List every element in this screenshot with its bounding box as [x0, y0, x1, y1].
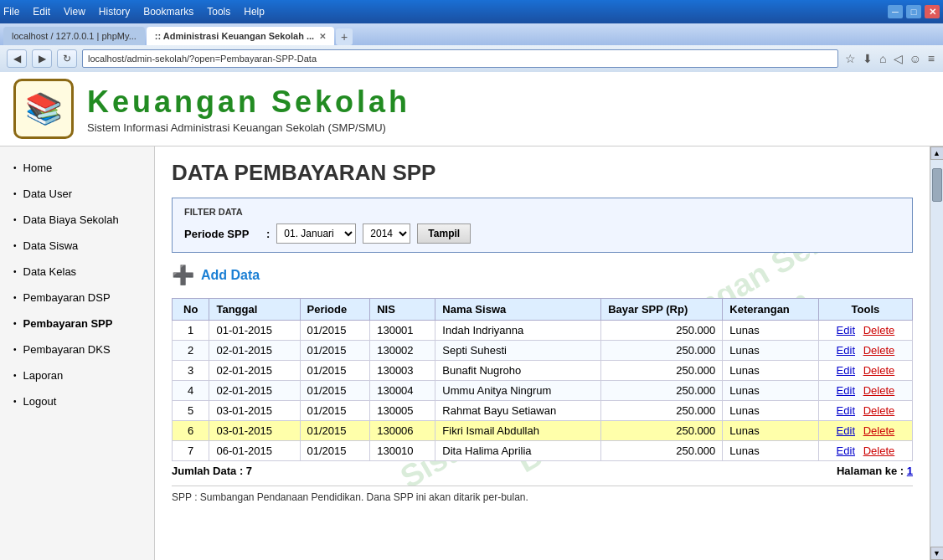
cell-bayar: 250.000: [601, 361, 723, 381]
sidebar-item-pembayaran-dks[interactable]: • Pembayaran DKS: [0, 337, 154, 362]
sidebar-item-pembayaran-dsp[interactable]: • Pembayaran DSP: [0, 285, 154, 311]
table-row: 1 01-01-2015 01/2015 130001 Indah Indriy…: [173, 321, 913, 341]
new-tab-button[interactable]: +: [336, 28, 353, 45]
back-button[interactable]: ◀: [7, 49, 27, 68]
back2-icon[interactable]: ◁: [892, 50, 904, 67]
menu-help[interactable]: Help: [244, 6, 265, 18]
cell-periode: 01/2015: [300, 381, 370, 401]
cell-tools: Edit Delete: [818, 401, 912, 421]
download-icon[interactable]: ⬇: [861, 50, 874, 67]
sidebar-item-logout[interactable]: • Logout: [0, 388, 154, 414]
sidebar-item-data-siswa[interactable]: • Data Siswa: [0, 233, 154, 259]
sidebar-item-data-user[interactable]: • Data User: [0, 181, 154, 207]
scroll-up-button[interactable]: ▲: [930, 146, 944, 160]
delete-link[interactable]: Delete: [863, 324, 895, 337]
bullet-data-biaya: •: [13, 215, 17, 224]
delete-link[interactable]: Delete: [863, 364, 895, 377]
cell-no: 7: [173, 441, 209, 461]
cell-tools: Edit Delete: [818, 321, 912, 341]
tampil-button[interactable]: Tampil: [417, 223, 471, 244]
sidebar-item-pembayaran-spp[interactable]: • Pembayaran SPP: [0, 311, 154, 337]
edit-link[interactable]: Edit: [837, 424, 855, 437]
tab-close-icon[interactable]: ✕: [319, 32, 326, 41]
cell-nis: 130003: [370, 361, 435, 381]
site-subtitle: Sistem Informasi Administrasi Keuangan S…: [87, 121, 410, 134]
cell-keterangan: Lunas: [723, 381, 819, 401]
minimize-button[interactable]: ─: [888, 5, 903, 18]
cell-keterangan: Lunas: [723, 441, 819, 461]
bullet-pembayaran-dks: •: [13, 345, 17, 354]
col-bayar: Bayar SPP (Rp): [601, 299, 723, 321]
menu-edit[interactable]: Edit: [33, 6, 50, 18]
tab-phpmyadmin[interactable]: localhost / 127.0.0.1 | phpMy...: [3, 27, 145, 45]
cell-no: 3: [173, 361, 209, 381]
refresh-button[interactable]: ↻: [57, 49, 77, 68]
cell-nis: 130002: [370, 341, 435, 361]
cell-no: 2: [173, 341, 209, 361]
sidebar-label-pembayaran-spp: Pembayaran SPP: [23, 317, 113, 330]
cell-bayar: 250.000: [601, 321, 723, 341]
delete-link[interactable]: Delete: [863, 444, 895, 457]
cell-no: 6: [173, 421, 209, 441]
cell-tanggal: 03-01-2015: [209, 421, 300, 441]
cell-nis: 130010: [370, 441, 435, 461]
delete-link[interactable]: Delete: [863, 424, 895, 437]
delete-link[interactable]: Delete: [863, 404, 895, 417]
cell-tanggal: 02-01-2015: [209, 341, 300, 361]
edit-link[interactable]: Edit: [837, 404, 855, 417]
edit-link[interactable]: Edit: [837, 444, 855, 457]
periode-label: Periode SPP: [184, 228, 260, 240]
cell-periode: 01/2015: [300, 401, 370, 421]
edit-link[interactable]: Edit: [837, 384, 855, 397]
bullet-laporan: •: [13, 371, 17, 380]
cell-nis: 130005: [370, 401, 435, 421]
edit-link[interactable]: Edit: [837, 344, 855, 357]
cell-tools: Edit Delete: [818, 381, 912, 401]
home-icon[interactable]: ⌂: [878, 50, 888, 67]
sidebar-item-data-kelas[interactable]: • Data Kelas: [0, 259, 154, 285]
edit-link[interactable]: Edit: [837, 364, 855, 377]
col-tools: Tools: [818, 299, 912, 321]
window-controls: ─ □ ✕: [888, 5, 940, 18]
menu-history[interactable]: History: [99, 6, 130, 18]
add-data-button[interactable]: Add Data: [201, 268, 260, 283]
scroll-track[interactable]: [931, 160, 943, 547]
cell-no: 5: [173, 401, 209, 421]
sidebar-item-data-biaya[interactable]: • Data Biaya Sekolah: [0, 207, 154, 233]
bookmark-icon[interactable]: ☆: [843, 50, 858, 67]
cell-keterangan: Lunas: [723, 421, 819, 441]
year-select[interactable]: 2013 2014 2015 2016: [363, 223, 410, 244]
table-row: 6 03-01-2015 01/2015 130006 Fikri Ismail…: [173, 421, 913, 441]
menu-tools[interactable]: Tools: [207, 6, 230, 18]
month-select[interactable]: 01. Januari 02. Februari 03. Maret 04. A…: [276, 223, 356, 244]
menu-icon[interactable]: ≡: [926, 50, 936, 67]
delete-link[interactable]: Delete: [863, 344, 895, 357]
cell-nama: Fikri Ismail Abdullah: [435, 421, 601, 441]
bullet-home: •: [13, 163, 17, 172]
scroll-thumb[interactable]: [932, 168, 942, 202]
tab-admin-sekolah[interactable]: :: Administrasi Keuangan Sekolah ... ✕: [147, 27, 334, 45]
url-input[interactable]: localhost/admin-sekolah/?open=Pembayaran…: [82, 49, 838, 68]
page-title: DATA PEMBAYARAN SPP: [172, 160, 913, 186]
add-data-row: ➕ Add Data: [172, 265, 913, 286]
scroll-down-button[interactable]: ▼: [930, 547, 944, 560]
table-row: 5 03-01-2015 01/2015 130005 Rahmat Bayu …: [173, 401, 913, 421]
edit-link[interactable]: Edit: [837, 324, 855, 337]
close-button[interactable]: ✕: [925, 5, 940, 18]
cell-tanggal: 02-01-2015: [209, 381, 300, 401]
menu-view[interactable]: View: [64, 6, 85, 18]
cell-bayar: 250.000: [601, 421, 723, 441]
forward-button[interactable]: ▶: [32, 49, 52, 68]
sidebar-item-home[interactable]: • Home: [0, 155, 154, 181]
menu-file[interactable]: File: [3, 6, 19, 18]
menu-bookmarks[interactable]: Bookmarks: [143, 6, 193, 18]
sidebar-item-laporan[interactable]: • Laporan: [0, 362, 154, 388]
smiley-icon[interactable]: ☺: [908, 50, 923, 67]
bullet-data-kelas: •: [13, 267, 17, 276]
bullet-data-user: •: [13, 189, 17, 198]
delete-link[interactable]: Delete: [863, 384, 895, 397]
scrollbar[interactable]: ▲ ▼: [930, 146, 943, 560]
page-link-1[interactable]: 1: [907, 465, 913, 477]
maximize-button[interactable]: □: [906, 5, 921, 18]
cell-periode: 01/2015: [300, 341, 370, 361]
